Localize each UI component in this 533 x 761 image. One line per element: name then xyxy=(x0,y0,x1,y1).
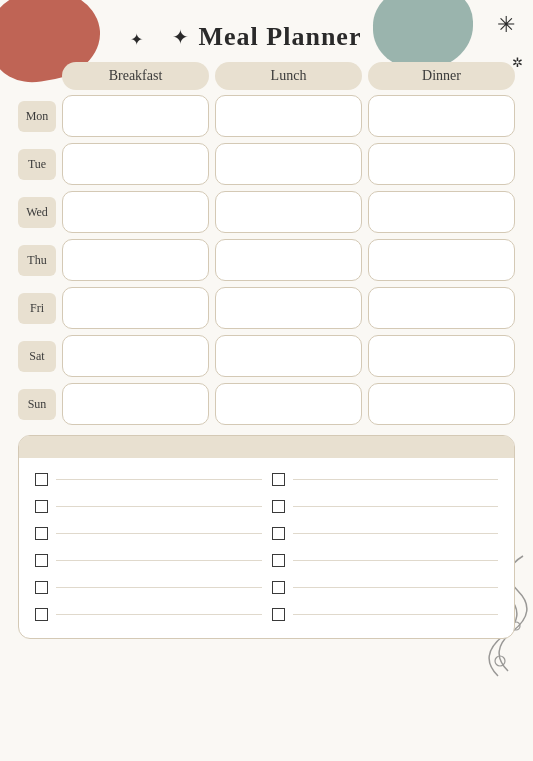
meal-cell-fri-lunch[interactable] xyxy=(215,287,362,329)
meal-cell-wed-breakfast[interactable] xyxy=(62,191,209,233)
meal-cell-thu-lunch[interactable] xyxy=(215,239,362,281)
checkbox-left-6[interactable] xyxy=(35,608,48,621)
meal-cell-wed-dinner[interactable] xyxy=(368,191,515,233)
meal-cell-tue-dinner[interactable] xyxy=(368,143,515,185)
checkbox-left-2[interactable] xyxy=(35,500,48,513)
grocery-line-left-5 xyxy=(56,587,262,588)
day-row-mon: Mon xyxy=(18,95,515,137)
meal-cell-tue-breakfast[interactable] xyxy=(62,143,209,185)
meal-cell-sat-breakfast[interactable] xyxy=(62,335,209,377)
grocery-line-left-4 xyxy=(56,560,262,561)
checkbox-right-2[interactable] xyxy=(272,500,285,513)
day-row-sat: Sat xyxy=(18,335,515,377)
day-label-sat: Sat xyxy=(18,341,56,372)
planner-grid: Breakfast Lunch Dinner Mon Tue Wed Thu F… xyxy=(18,62,515,425)
grocery-item-right-3[interactable] xyxy=(272,522,499,545)
header: ✦ Meal Planner ✦ xyxy=(0,0,533,62)
checkbox-left-5[interactable] xyxy=(35,581,48,594)
day-label-mon: Mon xyxy=(18,101,56,132)
day-label-thu: Thu xyxy=(18,245,56,276)
meal-cell-fri-dinner[interactable] xyxy=(368,287,515,329)
checkbox-left-4[interactable] xyxy=(35,554,48,567)
grocery-section xyxy=(18,435,515,639)
checkbox-right-3[interactable] xyxy=(272,527,285,540)
meal-cell-sun-lunch[interactable] xyxy=(215,383,362,425)
day-row-thu: Thu xyxy=(18,239,515,281)
grocery-line-left-1 xyxy=(56,479,262,480)
page-title: Meal Planner xyxy=(199,22,362,52)
meal-cell-mon-dinner[interactable] xyxy=(368,95,515,137)
grocery-line-right-3 xyxy=(293,533,499,534)
checkbox-right-6[interactable] xyxy=(272,608,285,621)
meal-cell-fri-breakfast[interactable] xyxy=(62,287,209,329)
grocery-line-left-2 xyxy=(56,506,262,507)
day-label-wed: Wed xyxy=(18,197,56,228)
grocery-item-left-4[interactable] xyxy=(35,549,262,572)
grocery-item-right-6[interactable] xyxy=(272,603,499,626)
grocery-item-right-4[interactable] xyxy=(272,549,499,572)
grocery-line-left-3 xyxy=(56,533,262,534)
col-spacer xyxy=(18,62,56,90)
grocery-line-right-1 xyxy=(293,479,499,480)
checkbox-left-1[interactable] xyxy=(35,473,48,486)
day-label-sun: Sun xyxy=(18,389,56,420)
column-headers: Breakfast Lunch Dinner xyxy=(18,62,515,90)
col-header-dinner: Dinner xyxy=(368,62,515,90)
meal-cell-mon-breakfast[interactable] xyxy=(62,95,209,137)
day-row-wed: Wed xyxy=(18,191,515,233)
meal-cell-sun-breakfast[interactable] xyxy=(62,383,209,425)
grocery-item-right-2[interactable] xyxy=(272,495,499,518)
checkbox-right-1[interactable] xyxy=(272,473,285,486)
grocery-item-right-1[interactable] xyxy=(272,468,499,491)
day-row-tue: Tue xyxy=(18,143,515,185)
grocery-body xyxy=(19,468,514,626)
meal-cell-mon-lunch[interactable] xyxy=(215,95,362,137)
day-label-tue: Tue xyxy=(18,149,56,180)
day-row-sun: Sun xyxy=(18,383,515,425)
checkbox-right-4[interactable] xyxy=(272,554,285,567)
grocery-line-right-4 xyxy=(293,560,499,561)
meal-cell-sat-lunch[interactable] xyxy=(215,335,362,377)
header-diamond-icon: ✦ xyxy=(172,25,189,49)
grocery-line-right-5 xyxy=(293,587,499,588)
grocery-header-bar xyxy=(19,436,514,458)
checkbox-left-3[interactable] xyxy=(35,527,48,540)
day-label-fri: Fri xyxy=(18,293,56,324)
day-row-fri: Fri xyxy=(18,287,515,329)
col-header-lunch: Lunch xyxy=(215,62,362,90)
grocery-item-left-6[interactable] xyxy=(35,603,262,626)
grocery-item-left-3[interactable] xyxy=(35,522,262,545)
grocery-line-left-6 xyxy=(56,614,262,615)
col-header-breakfast: Breakfast xyxy=(62,62,209,90)
grocery-item-right-5[interactable] xyxy=(272,576,499,599)
grocery-line-right-6 xyxy=(293,614,499,615)
grocery-line-right-2 xyxy=(293,506,499,507)
header-star-icon: ✦ xyxy=(130,30,143,49)
meal-cell-sat-dinner[interactable] xyxy=(368,335,515,377)
meal-cell-wed-lunch[interactable] xyxy=(215,191,362,233)
meal-cell-thu-dinner[interactable] xyxy=(368,239,515,281)
grocery-item-left-2[interactable] xyxy=(35,495,262,518)
grocery-item-left-5[interactable] xyxy=(35,576,262,599)
meal-cell-thu-breakfast[interactable] xyxy=(62,239,209,281)
checkbox-right-5[interactable] xyxy=(272,581,285,594)
meal-cell-sun-dinner[interactable] xyxy=(368,383,515,425)
meal-cell-tue-lunch[interactable] xyxy=(215,143,362,185)
grocery-item-left-1[interactable] xyxy=(35,468,262,491)
